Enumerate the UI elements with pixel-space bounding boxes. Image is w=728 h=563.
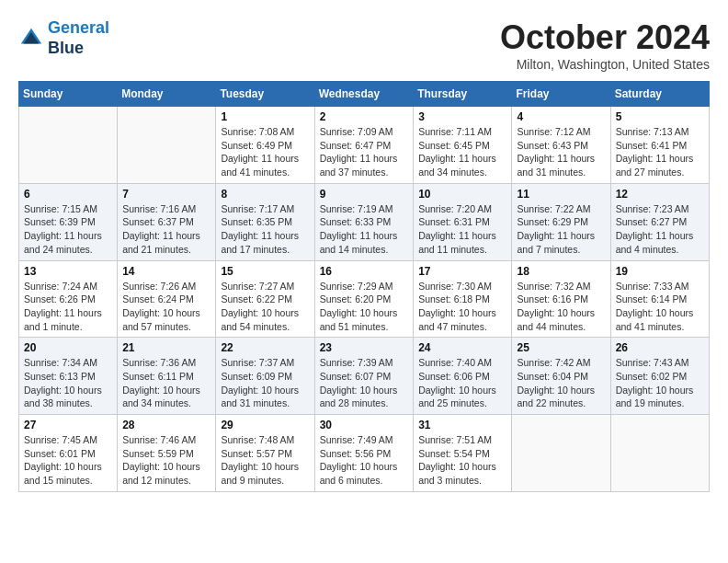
- calendar-cell: [118, 107, 216, 184]
- calendar-cell: 28Sunrise: 7:46 AMSunset: 5:59 PMDayligh…: [118, 415, 216, 492]
- calendar-week-row: 20Sunrise: 7:34 AMSunset: 6:13 PMDayligh…: [19, 338, 710, 415]
- day-number: 11: [517, 188, 605, 201]
- weekday-header: Sunday: [19, 82, 118, 107]
- day-info: Sunrise: 7:26 AMSunset: 6:24 PMDaylight:…: [122, 280, 210, 334]
- calendar-cell: 4Sunrise: 7:12 AMSunset: 6:43 PMDaylight…: [512, 107, 610, 184]
- calendar-cell: [19, 107, 118, 184]
- calendar-cell: 30Sunrise: 7:49 AMSunset: 5:56 PMDayligh…: [314, 415, 414, 492]
- calendar-cell: 1Sunrise: 7:08 AMSunset: 6:49 PMDaylight…: [216, 107, 314, 184]
- day-info: Sunrise: 7:22 AMSunset: 6:29 PMDaylight:…: [517, 202, 605, 257]
- logo-icon: [18, 26, 44, 52]
- calendar-week-row: 6Sunrise: 7:15 AMSunset: 6:39 PMDaylight…: [19, 183, 710, 260]
- day-number: 7: [122, 188, 210, 201]
- calendar-cell: 6Sunrise: 7:15 AMSunset: 6:39 PMDaylight…: [19, 183, 118, 260]
- day-info: Sunrise: 7:51 AMSunset: 5:54 PMDaylight:…: [418, 433, 506, 488]
- day-info: Sunrise: 7:16 AMSunset: 6:37 PMDaylight:…: [122, 202, 210, 257]
- day-number: 1: [221, 110, 309, 123]
- calendar-cell: 8Sunrise: 7:17 AMSunset: 6:35 PMDaylight…: [216, 183, 314, 260]
- day-info: Sunrise: 7:42 AMSunset: 6:04 PMDaylight:…: [517, 356, 605, 410]
- weekday-header: Thursday: [414, 82, 512, 107]
- day-number: 29: [221, 419, 309, 431]
- day-info: Sunrise: 7:40 AMSunset: 6:06 PMDaylight:…: [418, 356, 506, 410]
- day-info: Sunrise: 7:20 AMSunset: 6:31 PMDaylight:…: [418, 202, 506, 257]
- day-info: Sunrise: 7:15 AMSunset: 6:39 PMDaylight:…: [24, 202, 112, 257]
- calendar-cell: 15Sunrise: 7:27 AMSunset: 6:22 PMDayligh…: [216, 260, 314, 338]
- title-block: October 2024 Milton, Washington, United …: [500, 18, 710, 72]
- day-number: 31: [418, 419, 506, 431]
- logo-text: General Blue: [48, 18, 109, 58]
- calendar-cell: 26Sunrise: 7:43 AMSunset: 6:02 PMDayligh…: [610, 338, 709, 415]
- day-info: Sunrise: 7:33 AMSunset: 6:14 PMDaylight:…: [616, 280, 704, 334]
- day-number: 2: [320, 110, 409, 123]
- day-number: 13: [24, 265, 112, 278]
- calendar-cell: 20Sunrise: 7:34 AMSunset: 6:13 PMDayligh…: [19, 338, 118, 415]
- day-info: Sunrise: 7:27 AMSunset: 6:22 PMDaylight:…: [221, 280, 309, 334]
- calendar-cell: 10Sunrise: 7:20 AMSunset: 6:31 PMDayligh…: [414, 183, 512, 260]
- day-number: 6: [24, 188, 112, 201]
- calendar-cell: 29Sunrise: 7:48 AMSunset: 5:57 PMDayligh…: [216, 415, 314, 492]
- day-number: 18: [517, 265, 605, 278]
- day-number: 28: [122, 419, 210, 431]
- calendar-cell: 17Sunrise: 7:30 AMSunset: 6:18 PMDayligh…: [414, 260, 512, 338]
- calendar-cell: 21Sunrise: 7:36 AMSunset: 6:11 PMDayligh…: [118, 338, 216, 415]
- location: Milton, Washington, United States: [500, 57, 710, 72]
- day-number: 26: [616, 341, 704, 354]
- calendar-cell: 11Sunrise: 7:22 AMSunset: 6:29 PMDayligh…: [512, 183, 610, 260]
- day-number: 24: [418, 341, 506, 354]
- calendar-cell: 18Sunrise: 7:32 AMSunset: 6:16 PMDayligh…: [512, 260, 610, 338]
- calendar-cell: 5Sunrise: 7:13 AMSunset: 6:41 PMDaylight…: [610, 107, 709, 184]
- day-info: Sunrise: 7:29 AMSunset: 6:20 PMDaylight:…: [320, 280, 409, 334]
- day-number: 22: [221, 341, 309, 354]
- day-info: Sunrise: 7:46 AMSunset: 5:59 PMDaylight:…: [122, 433, 210, 488]
- day-number: 15: [221, 265, 309, 278]
- day-number: 23: [320, 341, 409, 354]
- day-number: 5: [616, 110, 704, 123]
- weekday-header: Tuesday: [216, 82, 314, 107]
- day-info: Sunrise: 7:09 AMSunset: 6:47 PMDaylight:…: [320, 125, 409, 179]
- day-number: 14: [122, 265, 210, 278]
- day-info: Sunrise: 7:19 AMSunset: 6:33 PMDaylight:…: [320, 202, 409, 257]
- day-number: 21: [122, 341, 210, 354]
- page-header: General Blue October 2024 Milton, Washin…: [18, 18, 710, 72]
- day-number: 20: [24, 341, 112, 354]
- day-number: 12: [616, 188, 704, 201]
- day-info: Sunrise: 7:32 AMSunset: 6:16 PMDaylight:…: [517, 280, 605, 334]
- calendar-cell: 16Sunrise: 7:29 AMSunset: 6:20 PMDayligh…: [314, 260, 414, 338]
- day-info: Sunrise: 7:43 AMSunset: 6:02 PMDaylight:…: [616, 356, 704, 410]
- weekday-header: Friday: [512, 82, 610, 107]
- day-info: Sunrise: 7:48 AMSunset: 5:57 PMDaylight:…: [221, 433, 309, 488]
- calendar-week-row: 27Sunrise: 7:45 AMSunset: 6:01 PMDayligh…: [19, 415, 710, 492]
- calendar-table: SundayMondayTuesdayWednesdayThursdayFrid…: [18, 81, 710, 492]
- day-info: Sunrise: 7:08 AMSunset: 6:49 PMDaylight:…: [221, 125, 309, 179]
- calendar-cell: [512, 415, 610, 492]
- calendar-cell: 14Sunrise: 7:26 AMSunset: 6:24 PMDayligh…: [118, 260, 216, 338]
- day-number: 9: [320, 188, 409, 201]
- day-info: Sunrise: 7:24 AMSunset: 6:26 PMDaylight:…: [24, 280, 112, 334]
- calendar-cell: 31Sunrise: 7:51 AMSunset: 5:54 PMDayligh…: [414, 415, 512, 492]
- day-number: 16: [320, 265, 409, 278]
- day-info: Sunrise: 7:34 AMSunset: 6:13 PMDaylight:…: [24, 356, 112, 410]
- weekday-header-row: SundayMondayTuesdayWednesdayThursdayFrid…: [19, 82, 710, 107]
- day-info: Sunrise: 7:17 AMSunset: 6:35 PMDaylight:…: [221, 202, 309, 257]
- day-info: Sunrise: 7:11 AMSunset: 6:45 PMDaylight:…: [418, 125, 506, 179]
- calendar-cell: 22Sunrise: 7:37 AMSunset: 6:09 PMDayligh…: [216, 338, 314, 415]
- day-number: 10: [418, 188, 506, 201]
- day-info: Sunrise: 7:37 AMSunset: 6:09 PMDaylight:…: [221, 356, 309, 410]
- calendar-cell: 23Sunrise: 7:39 AMSunset: 6:07 PMDayligh…: [314, 338, 414, 415]
- day-info: Sunrise: 7:30 AMSunset: 6:18 PMDaylight:…: [418, 280, 506, 334]
- weekday-header: Monday: [118, 82, 216, 107]
- day-info: Sunrise: 7:13 AMSunset: 6:41 PMDaylight:…: [616, 125, 704, 179]
- calendar-week-row: 13Sunrise: 7:24 AMSunset: 6:26 PMDayligh…: [19, 260, 710, 338]
- weekday-header: Saturday: [610, 82, 709, 107]
- calendar-cell: 25Sunrise: 7:42 AMSunset: 6:04 PMDayligh…: [512, 338, 610, 415]
- calendar-cell: 27Sunrise: 7:45 AMSunset: 6:01 PMDayligh…: [19, 415, 118, 492]
- month-title: October 2024: [500, 18, 710, 57]
- day-number: 27: [24, 419, 112, 431]
- day-info: Sunrise: 7:45 AMSunset: 6:01 PMDaylight:…: [24, 433, 112, 488]
- day-number: 4: [517, 110, 605, 123]
- day-info: Sunrise: 7:36 AMSunset: 6:11 PMDaylight:…: [122, 356, 210, 410]
- day-number: 19: [616, 265, 704, 278]
- weekday-header: Wednesday: [314, 82, 414, 107]
- day-info: Sunrise: 7:12 AMSunset: 6:43 PMDaylight:…: [517, 125, 605, 179]
- calendar-cell: 9Sunrise: 7:19 AMSunset: 6:33 PMDaylight…: [314, 183, 414, 260]
